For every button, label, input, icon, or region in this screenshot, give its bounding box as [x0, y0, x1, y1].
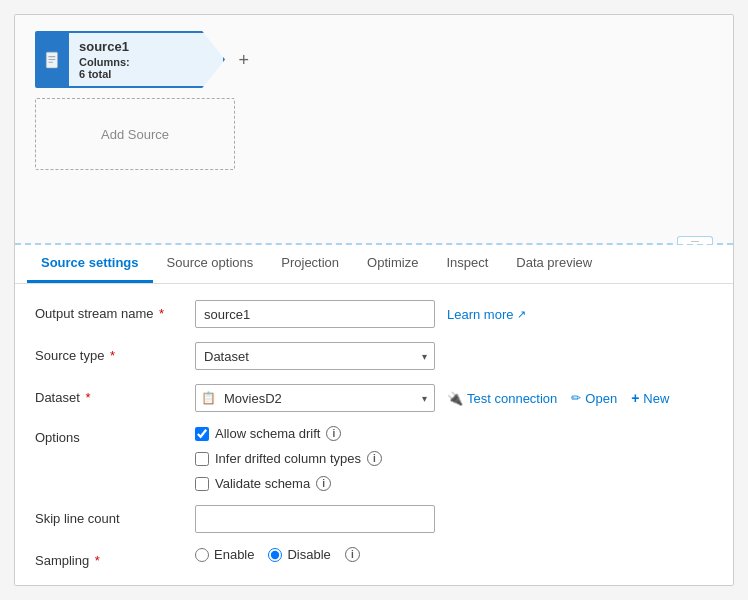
source-type-label: Source type * — [35, 342, 195, 363]
sampling-disable-label[interactable]: Disable — [268, 547, 330, 562]
source-type-row: Source type * Dataset Inline ▾ — [35, 342, 713, 370]
tab-inspect[interactable]: Inspect — [432, 245, 502, 283]
options-col: Allow schema drift i Infer drifted colum… — [195, 426, 382, 491]
node-add-button[interactable]: + — [238, 49, 249, 70]
output-stream-name-label: Output stream name * — [35, 300, 195, 321]
open-link[interactable]: ✏ Open — [571, 391, 617, 406]
skip-line-count-label: Skip line count — [35, 505, 195, 526]
sampling-info-icon[interactable]: i — [345, 547, 360, 562]
options-row: Options Allow schema drift i Infer drift… — [35, 426, 713, 491]
external-link-icon: ↗ — [517, 308, 526, 321]
source-type-control: Dataset Inline ▾ — [195, 342, 713, 370]
collapse-handle[interactable] — [677, 236, 713, 244]
dataset-action-links: 🔌 Test connection ✏ Open + New — [447, 390, 669, 406]
sampling-row: Sampling * Enable Disable i — [35, 547, 713, 575]
allow-schema-drift-label: Allow schema drift — [215, 426, 320, 441]
source-icon-bar — [37, 33, 69, 86]
main-container: source1 Columns: 6 total + Add Source So… — [14, 14, 734, 586]
pencil-icon: ✏ — [571, 391, 581, 405]
source-node[interactable]: source1 Columns: 6 total + — [35, 31, 245, 88]
source-file-icon — [44, 51, 62, 69]
source-name: source1 — [79, 39, 199, 54]
validate-schema-label: Validate schema — [215, 476, 310, 491]
validate-schema-row: Validate schema i — [195, 476, 382, 491]
output-stream-name-control: Learn more ↗ — [195, 300, 713, 328]
skip-line-count-row: Skip line count — [35, 505, 713, 533]
allow-schema-drift-row: Allow schema drift i — [195, 426, 382, 441]
settings-area: Output stream name * Learn more ↗ Source… — [15, 284, 733, 585]
add-source-label: Add Source — [101, 127, 169, 142]
dataset-select-wrapper: 📋 MoviesD2 ▾ — [195, 384, 435, 412]
sampling-label: Sampling * — [35, 547, 195, 568]
output-stream-name-row: Output stream name * Learn more ↗ — [35, 300, 713, 328]
dataset-select[interactable]: MoviesD2 — [195, 384, 435, 412]
source-type-select-wrapper: Dataset Inline ▾ — [195, 342, 435, 370]
options-control: Allow schema drift i Infer drifted colum… — [195, 426, 713, 491]
plus-icon: + — [631, 390, 639, 406]
source-info: source1 Columns: 6 total — [69, 33, 223, 86]
sampling-disable-radio[interactable] — [268, 548, 282, 562]
learn-more-link[interactable]: Learn more ↗ — [447, 307, 526, 322]
source-node-inner: source1 Columns: 6 total — [35, 31, 225, 88]
tab-data-preview[interactable]: Data preview — [502, 245, 606, 283]
source-cols: Columns: 6 total — [79, 56, 199, 80]
sampling-enable-label[interactable]: Enable — [195, 547, 254, 562]
infer-drifted-row: Infer drifted column types i — [195, 451, 382, 466]
infer-drifted-checkbox[interactable] — [195, 452, 209, 466]
sampling-enable-radio[interactable] — [195, 548, 209, 562]
allow-schema-drift-checkbox[interactable] — [195, 427, 209, 441]
allow-schema-drift-info-icon[interactable]: i — [326, 426, 341, 441]
validate-schema-info-icon[interactable]: i — [316, 476, 331, 491]
tab-source-options[interactable]: Source options — [153, 245, 268, 283]
dataset-row: Dataset * 📋 MoviesD2 ▾ 🔌 Test connection — [35, 384, 713, 412]
tab-source-settings[interactable]: Source settings — [27, 245, 153, 283]
tab-projection[interactable]: Projection — [267, 245, 353, 283]
tab-optimize[interactable]: Optimize — [353, 245, 432, 283]
plug-icon: 🔌 — [447, 391, 463, 406]
skip-line-count-control — [195, 505, 713, 533]
infer-drifted-info-icon[interactable]: i — [367, 451, 382, 466]
source-cols-value: 6 total — [79, 68, 111, 80]
add-source-box[interactable]: Add Source — [35, 98, 235, 170]
test-connection-link[interactable]: 🔌 Test connection — [447, 391, 557, 406]
dataset-label: Dataset * — [35, 384, 195, 405]
sampling-control: Enable Disable i — [195, 547, 713, 562]
skip-line-count-input[interactable] — [195, 505, 435, 533]
tabs-bar: Source settings Source options Projectio… — [15, 245, 733, 284]
source-cols-label: Columns: — [79, 56, 130, 68]
options-label: Options — [35, 426, 195, 445]
source-type-select[interactable]: Dataset Inline — [195, 342, 435, 370]
new-link[interactable]: + New — [631, 390, 669, 406]
output-stream-name-input[interactable] — [195, 300, 435, 328]
validate-schema-checkbox[interactable] — [195, 477, 209, 491]
dataset-control: 📋 MoviesD2 ▾ 🔌 Test connection ✏ Open — [195, 384, 713, 412]
canvas-area: source1 Columns: 6 total + Add Source — [15, 15, 733, 245]
sampling-radio-row: Enable Disable i — [195, 547, 360, 562]
infer-drifted-label: Infer drifted column types — [215, 451, 361, 466]
